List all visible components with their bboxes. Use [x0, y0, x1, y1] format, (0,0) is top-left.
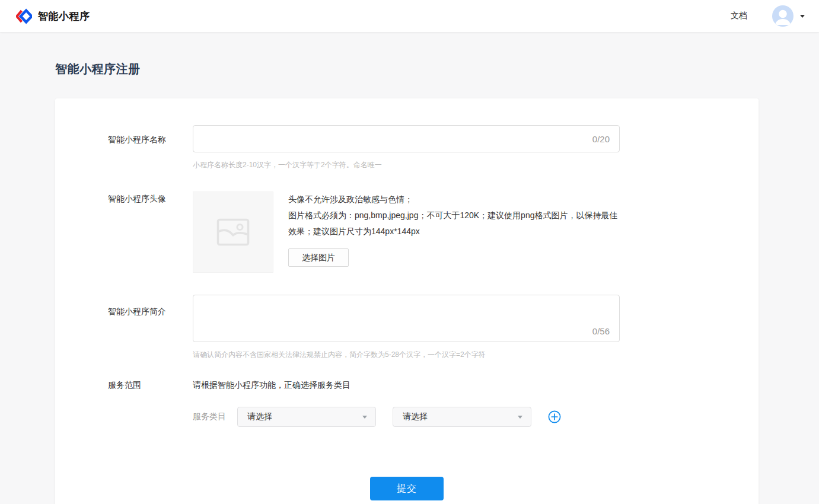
avatar-field-label: 智能小程序头像 — [108, 192, 193, 273]
avatar-upload-dropzone[interactable] — [193, 192, 273, 273]
service-instruction: 请根据智能小程序功能，正确选择服务类目 — [193, 380, 561, 391]
intro-field-hint: 请确认简介内容不含国家相关法律法规禁止内容，简介字数为5-28个汉字，一个汉字=… — [193, 350, 620, 360]
choose-image-button[interactable]: 选择图片 — [288, 248, 349, 267]
top-nav-bar: 智能小程序 文档 — [0, 0, 819, 32]
service-scope-row: 服务范围 请根据智能小程序功能，正确选择服务类目 服务类目 请选择 请选择 — [55, 380, 759, 427]
category-select-level1-value: 请选择 — [247, 412, 272, 422]
name-field-row: 智能小程序名称 0/20 小程序名称长度2-10汉字，一个汉字等于2个字符。命名… — [55, 125, 759, 170]
registration-form-card: 智能小程序名称 0/20 小程序名称长度2-10汉字，一个汉字等于2个字符。命名… — [55, 98, 759, 504]
category-select-level1[interactable]: 请选择 — [237, 407, 376, 427]
category-select-level2-value: 请选择 — [403, 412, 428, 422]
image-placeholder-icon — [216, 218, 250, 246]
avatar-rule-line2: 图片格式必须为：png,bmp,jpeg,jpg；不可大于120K；建议使用pn… — [288, 208, 618, 240]
name-input-box: 0/20 — [193, 125, 620, 152]
caret-down-icon — [518, 416, 522, 419]
page-title: 智能小程序注册 — [55, 61, 819, 77]
brand-name: 智能小程序 — [38, 9, 90, 23]
service-category-label: 服务类目 — [193, 412, 237, 422]
intro-textarea-box: 0/56 — [193, 295, 620, 342]
avatar-rule-line1: 头像不允许涉及政治敏感与色情； — [288, 192, 618, 208]
docs-link[interactable]: 文档 — [731, 11, 747, 21]
category-select-level2[interactable]: 请选择 — [393, 407, 531, 427]
account-menu[interactable] — [772, 5, 805, 27]
intro-field-row: 智能小程序简介 0/56 请确认简介内容不含国家相关法律法规禁止内容，简介字数为… — [55, 295, 759, 360]
intro-textarea[interactable] — [193, 295, 619, 342]
caret-down-icon — [362, 416, 367, 419]
submit-button[interactable]: 提交 — [370, 477, 444, 500]
brand-logo-group[interactable]: 智能小程序 — [16, 8, 90, 24]
user-avatar-icon — [772, 5, 793, 27]
name-field-hint: 小程序名称长度2-10汉字，一个汉字等于2个字符。命名唯一 — [193, 160, 620, 170]
name-input[interactable] — [193, 126, 619, 152]
name-field-label: 智能小程序名称 — [108, 125, 193, 170]
avatar-field-row: 智能小程序头像 头像不允许涉及政治敏感与色情； 图片格式必须为：png,bmp,… — [55, 192, 759, 273]
smart-mini-program-logo-icon — [16, 8, 32, 24]
caret-down-icon — [800, 15, 805, 18]
add-category-button[interactable] — [548, 410, 561, 423]
service-scope-label: 服务范围 — [108, 380, 193, 427]
intro-field-label: 智能小程序简介 — [108, 295, 193, 360]
